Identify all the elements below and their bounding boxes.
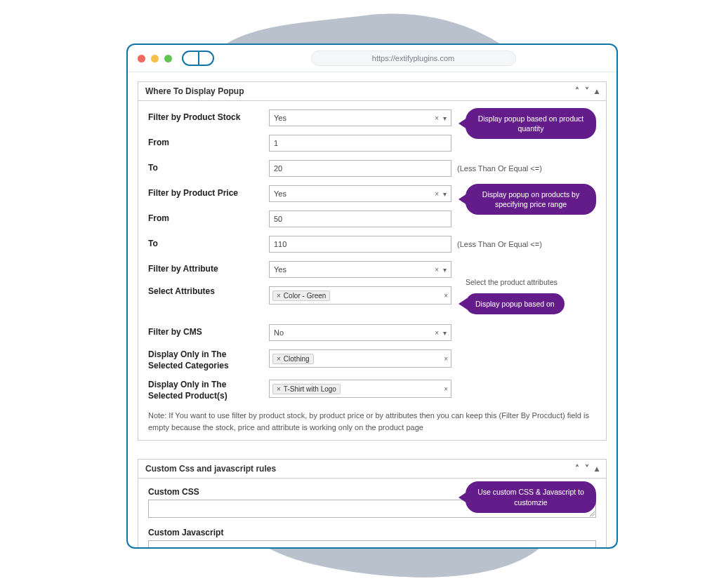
taginput-categories[interactable]: × Clothing × bbox=[269, 349, 451, 368]
input-price-to-value: 110 bbox=[274, 240, 447, 248]
panel-collapse-icon[interactable]: ▴ bbox=[595, 87, 599, 95]
select-stock-filter[interactable]: Yes × ▾ bbox=[269, 109, 451, 126]
address-bar[interactable]: https://extifyplugins.com bbox=[311, 51, 516, 66]
input-stock-from[interactable]: 1 bbox=[269, 135, 451, 152]
suffix-price-to: (Less Than Or Equal <=) bbox=[453, 240, 596, 248]
select-price-filter[interactable]: Yes × ▾ bbox=[269, 185, 451, 202]
label-products: Display Only in The Selected Product(s) bbox=[148, 380, 268, 401]
input-price-to[interactable]: 110 bbox=[269, 236, 451, 253]
row-stock-to: To 20 (Less Than Or Equal <=) bbox=[148, 160, 596, 177]
tag-category-label: Clothing bbox=[284, 355, 310, 363]
row-custom-js: Custom Javascript bbox=[148, 528, 596, 547]
label-custom-js: Custom Javascript bbox=[148, 528, 596, 537]
input-price-from[interactable]: 50 bbox=[269, 211, 451, 227]
row-attr-select: Select Attributes × Color - Green × Sele bbox=[148, 286, 596, 305]
label-categories: Display Only in The Selected Categories bbox=[148, 349, 268, 371]
tag-attribute-label: Color - Green bbox=[284, 292, 326, 300]
select-stock-filter-value: Yes bbox=[274, 114, 430, 122]
panel-display-popup: Where To Display Popup ˄ ˅ ▴ Filter by P… bbox=[138, 81, 607, 441]
tag-attribute: × Color - Green bbox=[272, 290, 330, 301]
panel-up-icon[interactable]: ˄ bbox=[575, 465, 579, 473]
label-stock-from: From bbox=[148, 138, 268, 149]
pill-icon bbox=[182, 51, 214, 66]
panel-custom-css-js: Custom Css and javascript rules ˄ ˅ ▴ Cu… bbox=[138, 459, 607, 547]
input-stock-to[interactable]: 20 bbox=[269, 160, 451, 177]
label-stock-to: To bbox=[148, 163, 268, 174]
select-cms-filter[interactable]: No × ▾ bbox=[269, 324, 451, 341]
row-attr-filter: Filter by Attribute Yes × ▾ bbox=[148, 261, 596, 278]
tooltip-price-range: Display popup on products by specifying … bbox=[466, 184, 596, 215]
label-price-filter: Filter by Product Price bbox=[148, 188, 268, 199]
row-categories: Display Only in The Selected Categories … bbox=[148, 349, 596, 371]
title-bar: https://extifyplugins.com bbox=[128, 45, 616, 72]
address-bar-wrap: https://extifyplugins.com bbox=[220, 51, 607, 66]
label-attr-select: Select Attributes bbox=[148, 286, 268, 298]
select-attr-filter-value: Yes bbox=[274, 265, 430, 274]
tooltip-custom-css-js: Use custom CSS & Javascript to customzie bbox=[466, 481, 596, 512]
panel-down-icon[interactable]: ˅ bbox=[585, 87, 589, 95]
tooltip-attribute: Display popup based on bbox=[466, 293, 565, 314]
chevron-down-icon[interactable]: ▾ bbox=[443, 266, 447, 274]
select-price-filter-value: Yes bbox=[274, 189, 430, 198]
tag-product: × T-Shirt with Logo bbox=[272, 384, 341, 394]
window-zoom-dot[interactable] bbox=[164, 55, 172, 62]
panel-down-icon[interactable]: ˅ bbox=[585, 465, 589, 473]
tag-remove-icon[interactable]: × bbox=[277, 355, 281, 363]
chevron-down-icon[interactable]: ▾ bbox=[443, 114, 447, 122]
clear-icon[interactable]: × bbox=[444, 355, 448, 363]
panel-display-popup-title: Where To Display Popup bbox=[145, 86, 244, 96]
clear-icon[interactable]: × bbox=[444, 292, 448, 300]
textarea-custom-js[interactable] bbox=[148, 540, 596, 547]
row-price-to: To 110 (Less Than Or Equal <=) bbox=[148, 236, 596, 253]
clear-icon[interactable]: × bbox=[435, 266, 439, 274]
label-price-from: From bbox=[148, 213, 268, 225]
label-stock-filter: Filter by Product Stock bbox=[148, 112, 268, 123]
window-minimize-dot[interactable] bbox=[151, 55, 159, 62]
label-price-to: To bbox=[148, 239, 268, 250]
row-price-filter: Filter by Product Price Yes × ▾ Display … bbox=[148, 185, 596, 202]
tag-remove-icon[interactable]: × bbox=[277, 292, 281, 300]
taginput-attributes[interactable]: × Color - Green × bbox=[269, 286, 451, 305]
taginput-products[interactable]: × T-Shirt with Logo × bbox=[269, 380, 451, 398]
input-price-from-value: 50 bbox=[274, 215, 447, 223]
label-cms-filter: Filter by CMS bbox=[148, 327, 268, 338]
panel-custom-css-js-title: Custom Css and javascript rules bbox=[145, 464, 276, 474]
suffix-stock-to: (Less Than Or Equal <=) bbox=[453, 164, 596, 173]
browser-window: https://extifyplugins.com Where To Displ… bbox=[126, 44, 618, 549]
panel-up-icon[interactable]: ˄ bbox=[575, 87, 579, 95]
select-cms-filter-value: No bbox=[274, 328, 430, 337]
input-stock-from-value: 1 bbox=[274, 139, 447, 147]
select-attr-filter[interactable]: Yes × ▾ bbox=[269, 261, 451, 278]
hint-select-attributes: Select the product attributes bbox=[466, 278, 558, 286]
input-stock-to-value: 20 bbox=[274, 164, 447, 173]
clear-icon[interactable]: × bbox=[435, 329, 439, 337]
row-stock-filter: Filter by Product Stock Yes × ▾ Display … bbox=[148, 109, 596, 126]
clear-icon[interactable]: × bbox=[444, 385, 448, 393]
panel-custom-css-js-head: Custom Css and javascript rules ˄ ˅ ▴ bbox=[138, 460, 606, 479]
row-custom-css: Custom CSS Use custom CSS & Javascript t… bbox=[148, 487, 596, 518]
label-attr-filter: Filter by Attribute bbox=[148, 264, 268, 275]
panel-collapse-icon[interactable]: ▴ bbox=[595, 465, 599, 473]
tooltip-stock-quantity: Display popup based on product quantity bbox=[466, 108, 596, 139]
tag-category: × Clothing bbox=[272, 354, 314, 364]
traffic-lights bbox=[138, 55, 172, 62]
window-close-dot[interactable] bbox=[138, 55, 145, 62]
row-cms-filter: Filter by CMS No × ▾ bbox=[148, 324, 596, 341]
window-body: Where To Display Popup ˄ ˅ ▴ Filter by P… bbox=[128, 72, 616, 547]
clear-icon[interactable]: × bbox=[435, 190, 439, 198]
panel-head-actions: ˄ ˅ ▴ bbox=[575, 87, 599, 95]
panel-head-actions: ˄ ˅ ▴ bbox=[575, 465, 599, 473]
note-display-popup: Note: If You want to use filter by produ… bbox=[148, 410, 596, 433]
chevron-down-icon[interactable]: ▾ bbox=[443, 329, 447, 337]
panel-display-popup-head: Where To Display Popup ˄ ˅ ▴ bbox=[138, 82, 606, 101]
clear-icon[interactable]: × bbox=[435, 114, 439, 122]
chevron-down-icon[interactable]: ▾ bbox=[443, 190, 447, 198]
tag-product-label: T-Shirt with Logo bbox=[284, 385, 336, 393]
tag-remove-icon[interactable]: × bbox=[277, 385, 281, 393]
row-products: Display Only in The Selected Product(s) … bbox=[148, 380, 596, 401]
